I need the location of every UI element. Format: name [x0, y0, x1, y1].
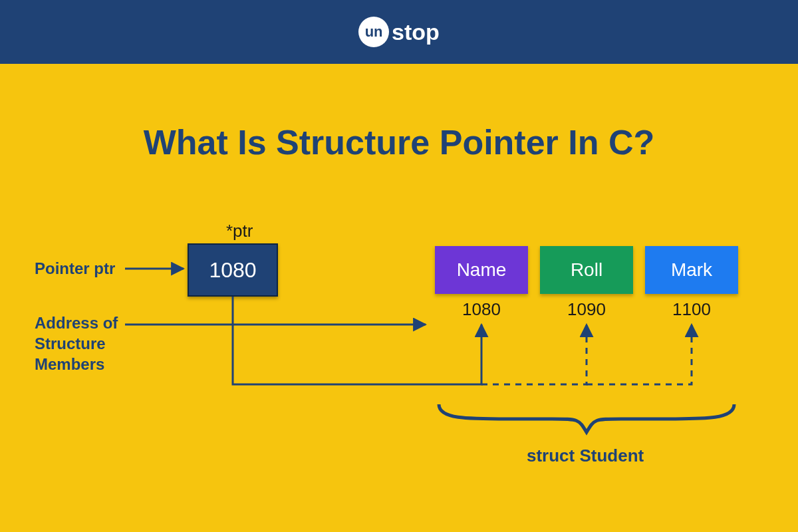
arrow-to-mark [587, 325, 692, 384]
label-pointer-ptr: Pointer ptr [35, 259, 115, 278]
brand-logo-text: stop [392, 19, 440, 45]
member-address-roll: 1090 [540, 299, 633, 320]
member-box-name: Name [435, 246, 528, 294]
pointer-box: 1080 [188, 243, 278, 297]
struct-name-label: struct Student [527, 446, 644, 466]
brand-logo-circle: un [358, 17, 389, 47]
curly-brace [439, 404, 734, 432]
member-box-mark: Mark [645, 246, 738, 294]
diagram-area: *ptr 1080 Pointer ptr Address of Structu… [0, 219, 798, 499]
header-bar: un stop [0, 0, 798, 64]
member-box-roll: Roll [540, 246, 633, 294]
arrow-to-roll [481, 325, 587, 384]
label-address-of-members: Address of Structure Members [35, 313, 118, 375]
pointer-top-label: *ptr [226, 221, 253, 241]
member-address-mark: 1100 [645, 299, 738, 320]
page-title: What Is Structure Pointer In C? [0, 122, 798, 162]
member-address-name: 1080 [435, 299, 528, 320]
brand-logo: un stop [358, 17, 440, 47]
